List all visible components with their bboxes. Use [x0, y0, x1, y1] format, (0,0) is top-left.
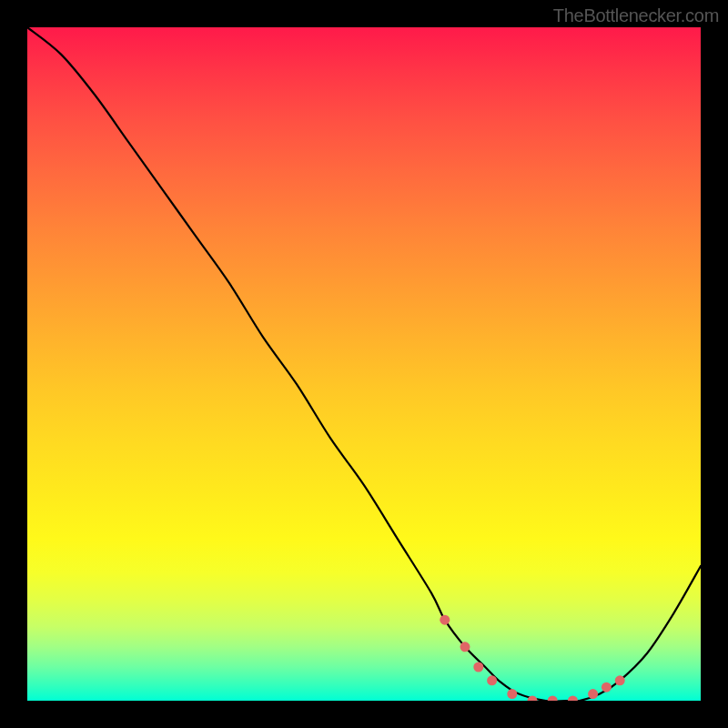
marker-dot — [568, 696, 578, 702]
marker-dot — [602, 682, 612, 693]
marker-dot — [487, 675, 497, 685]
chart-container: TheBottlenecker.com — [0, 0, 728, 728]
chart-svg — [27, 27, 701, 701]
marker-dot — [507, 689, 517, 699]
plot-area — [27, 27, 701, 701]
marker-dot — [460, 642, 470, 652]
marker-dot — [615, 675, 625, 685]
bottleneck-curve — [27, 27, 701, 701]
marker-dot — [473, 662, 483, 672]
highlight-markers — [440, 615, 624, 701]
marker-dot — [548, 696, 558, 702]
marker-dot — [440, 615, 450, 625]
attribution-text: TheBottlenecker.com — [553, 5, 719, 26]
marker-dot — [588, 689, 598, 699]
